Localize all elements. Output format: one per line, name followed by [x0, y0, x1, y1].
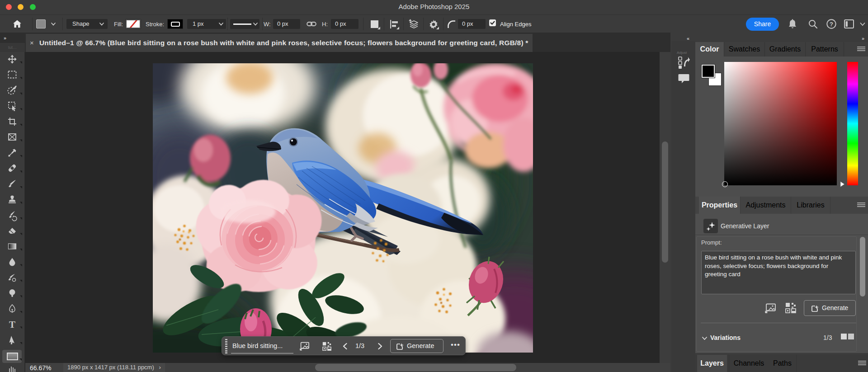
svg-text:T: T [9, 319, 15, 330]
svg-text:?: ? [830, 21, 833, 28]
